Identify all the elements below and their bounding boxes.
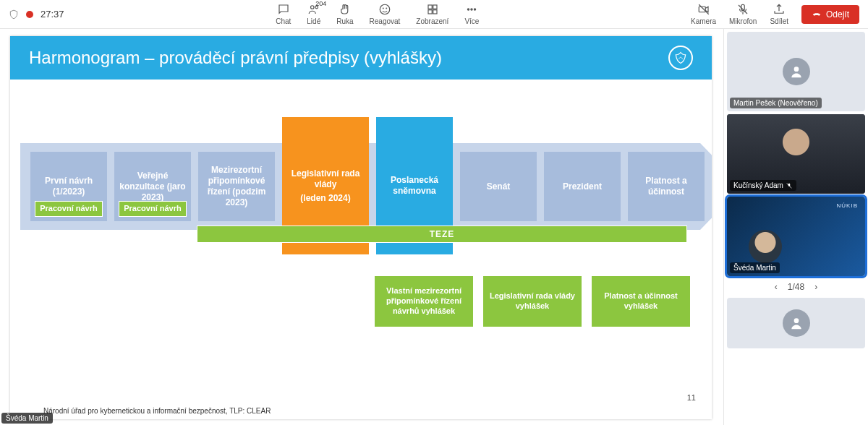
topbar-center-controls: Chat 204 Lidé Ruka Reagovat Zobrazení Ví…: [70, 3, 685, 25]
box-subline: (leden 2024): [300, 193, 350, 204]
timeline-box: Senát: [460, 152, 537, 221]
slide-header: Harmonogram – prováděcí právní předpisy …: [10, 36, 712, 80]
box-subtag: Pracovní návrh: [119, 201, 187, 217]
svg-rect-8: [433, 10, 437, 14]
svg-rect-7: [428, 10, 432, 14]
view-label: Zobrazení: [416, 17, 448, 25]
topbar-right-controls: Kamera Mikrofon Sdílet Odejít: [691, 3, 859, 25]
more-label: Více: [464, 17, 479, 25]
shield-icon: [9, 9, 19, 20]
record-timer: 27:37: [41, 9, 64, 20]
people-button[interactable]: 204 Lidé: [307, 3, 320, 25]
leave-button[interactable]: Odejít: [801, 5, 859, 24]
share-label: Sdílet: [770, 17, 788, 25]
timeline-box: První návrh (1/2023) Pracovní návrh: [30, 152, 107, 221]
leave-icon: [812, 9, 822, 20]
participants-panel: Martin Pešek (Neověřeno) Kučínský Adam N…: [723, 29, 868, 425]
timeline-box: Veřejné konzultace (jaro 2023) Pracovní …: [114, 152, 191, 221]
mic-label: Mikrofon: [729, 17, 757, 25]
participant-name: Švéda Martin: [730, 262, 780, 273]
svg-line-13: [699, 4, 709, 14]
smile-icon: [378, 3, 391, 16]
participant-name: Martin Pešek (Neověřeno): [730, 98, 822, 108]
participant-tile[interactable]: [727, 298, 865, 348]
emblem-icon: [668, 46, 693, 70]
presentation-slide: Harmonogram – prováděcí právní předpisy …: [10, 36, 712, 419]
box-label: První návrh (1/2023): [35, 176, 103, 197]
bottom-box: Platnost a účinnost vyhlášek: [592, 276, 690, 327]
avatar-icon: [783, 309, 810, 337]
timeline-box: Mezirezortní připomínkové řízení (podzim…: [198, 152, 275, 221]
box-label: Senát: [487, 181, 511, 192]
grid-icon: [426, 3, 439, 16]
slide-page-number: 11: [687, 393, 696, 402]
svg-point-4: [386, 8, 387, 9]
box-label: Poslanecká sněmovna: [380, 175, 448, 197]
pager-next-button[interactable]: ›: [814, 282, 817, 292]
chat-label: Chat: [276, 17, 291, 25]
hand-icon: [339, 3, 352, 16]
svg-point-11: [475, 9, 476, 10]
participant-tile[interactable]: Martin Pešek (Neověřeno): [727, 32, 865, 111]
shared-screen: Harmonogram – prováděcí právní předpisy …: [0, 29, 723, 425]
box-label: Platnost a účinnost: [632, 176, 700, 197]
svg-point-16: [793, 66, 799, 72]
box-label: Veřejné konzultace (jaro 2023): [119, 171, 187, 203]
camera-button[interactable]: Kamera: [691, 3, 716, 25]
bottom-box: Legislativní rada vlády vyhlášek: [483, 276, 582, 327]
box-label: Prezident: [563, 181, 602, 192]
pager-status: 1/48: [788, 282, 804, 292]
main-area: Harmonogram – prováděcí právní předpisy …: [0, 29, 868, 425]
camera-off-icon: [697, 3, 710, 16]
share-button[interactable]: Sdílet: [770, 3, 788, 25]
chat-button[interactable]: Chat: [276, 3, 291, 25]
participant-name: Kučínský Adam: [730, 180, 796, 191]
bottom-box: Vlastní mezirezortní připomínkové řízení…: [375, 276, 473, 327]
timeline-diagram: První návrh (1/2023) Pracovní návrh Veře…: [10, 116, 712, 347]
more-button[interactable]: Více: [464, 3, 479, 25]
svg-rect-5: [428, 5, 432, 9]
participant-tile-active[interactable]: NÚKIB Švéda Martin: [727, 197, 865, 276]
presenter-name-tag: Švéda Martin: [1, 413, 53, 424]
teze-bar: TEZE: [197, 226, 687, 243]
timeline-box: Platnost a účinnost: [628, 152, 705, 221]
avatar-icon: [783, 58, 810, 85]
pager-prev-button[interactable]: ‹: [775, 282, 778, 292]
mic-button[interactable]: Mikrofon: [729, 3, 757, 25]
view-button[interactable]: Zobrazení: [416, 3, 448, 25]
box-label: Legislativní rada vlády: [286, 168, 365, 190]
meeting-topbar: 27:37 Chat 204 Lidé Ruka Reagovat Zobraz…: [0, 0, 868, 29]
leave-label: Odejít: [826, 9, 849, 20]
svg-point-0: [310, 6, 314, 9]
people-label: Lidé: [307, 17, 320, 25]
slide-footer: Národní úřad pro kybernetickou a informa…: [43, 407, 271, 415]
participant-pager: ‹ 1/48 ›: [727, 279, 865, 295]
participant-tile[interactable]: Kučínský Adam: [727, 114, 865, 194]
topbar-left: 27:37: [9, 9, 64, 20]
svg-rect-6: [433, 5, 437, 9]
people-count: 204: [315, 0, 326, 7]
mic-muted-icon: [786, 182, 793, 189]
camera-label: Kamera: [691, 17, 716, 25]
record-indicator-icon: [26, 11, 33, 18]
participant-video: [749, 230, 782, 263]
brand-label: NÚKIB: [837, 202, 858, 209]
svg-point-3: [383, 8, 383, 9]
chat-icon: [277, 3, 290, 16]
react-button[interactable]: Reagovat: [370, 3, 401, 25]
svg-point-9: [468, 9, 469, 10]
raise-hand-button[interactable]: Ruka: [336, 3, 353, 25]
svg-point-10: [471, 9, 472, 10]
mic-off-icon: [736, 3, 749, 16]
box-label: Mezirezortní připomínkové řízení (podzim…: [203, 165, 271, 208]
box-subtag: Pracovní návrh: [35, 201, 103, 217]
slide-title: Harmonogram – prováděcí právní předpisy …: [29, 48, 442, 68]
more-icon: [465, 3, 478, 16]
svg-point-2: [380, 4, 390, 14]
share-icon: [773, 3, 786, 16]
svg-point-19: [793, 318, 799, 323]
timeline-box: Prezident: [544, 152, 621, 221]
react-label: Reagovat: [370, 17, 401, 25]
hand-label: Ruka: [336, 17, 353, 25]
bottom-boxes: Vlastní mezirezortní připomínkové řízení…: [375, 276, 690, 327]
